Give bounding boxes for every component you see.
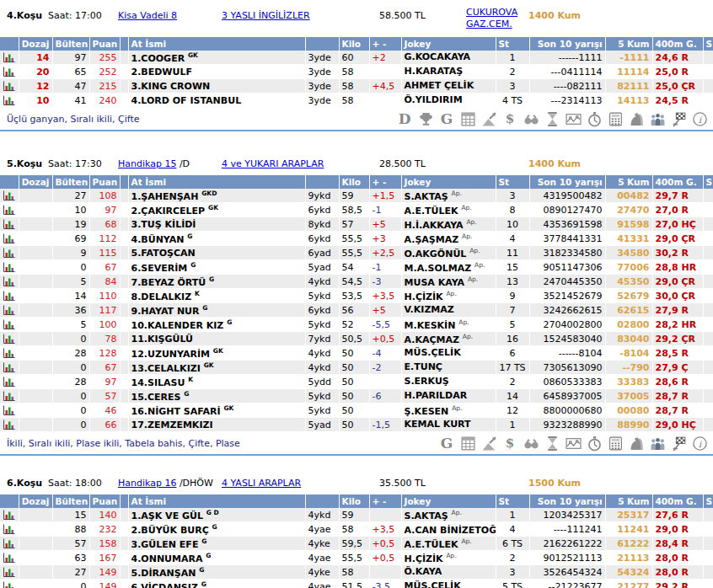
col-header-dozaj: Dozaj (19, 37, 52, 51)
col-header-chart (0, 37, 19, 51)
form-chart-icon[interactable] (0, 332, 19, 346)
form-chart-icon[interactable] (0, 537, 19, 551)
col-header-kum5: 5 Kum (605, 175, 652, 189)
form-chart-icon[interactable] (0, 580, 19, 588)
form-chart-icon[interactable] (0, 303, 19, 318)
form-chart-icon[interactable] (0, 508, 19, 522)
form-chart-icon[interactable] (0, 522, 19, 537)
form-chart-icon[interactable] (0, 246, 19, 260)
form-chart-icon[interactable] (0, 389, 19, 404)
checkered-flag-icon[interactable] (670, 110, 687, 127)
race-prize: 58.500 TL (379, 10, 426, 21)
cell-s-cut (703, 217, 713, 232)
stopwatch-icon[interactable] (586, 110, 603, 127)
race-group-link[interactable]: 4 YASLI ARAPLAR (222, 478, 301, 489)
hourglass-icon[interactable] (544, 110, 560, 127)
trophy-icon[interactable] (417, 110, 434, 127)
cell-puan: 215 (89, 79, 120, 94)
race-group-link[interactable]: 3 YASLI İNGİLİZLER (222, 10, 310, 21)
race-group-link[interactable]: 4 ve YUKARI ARAPLAR (222, 158, 324, 169)
cell-kilo: 54 (339, 260, 369, 275)
horse-row: 151401.AŞK VE GÜL G D4ykd59S.AKTAŞ Ap.11… (0, 508, 713, 522)
race-condition-link[interactable]: Kisa Vadeli 8 (118, 10, 177, 21)
cell-dozaj (19, 565, 52, 580)
race-header: 4.Koşu Saat: 17:00 Kisa Vadeli 8 3 YASLI… (0, 7, 713, 37)
form-chart-icon[interactable] (0, 375, 19, 389)
cell-horse-name: 16.NİGHT SAFARİ GK (128, 404, 305, 418)
form-chart-icon[interactable] (0, 275, 19, 289)
cell-last5-sand: 27470 (605, 203, 652, 217)
cell-last5-sand: -1111 (605, 51, 652, 65)
form-chart-icon[interactable] (0, 418, 19, 432)
chart-arrow-icon[interactable] (480, 110, 497, 127)
form-chart-icon[interactable] (0, 260, 19, 275)
cell-s-cut (703, 65, 713, 79)
horse-icon[interactable] (628, 435, 645, 452)
race-condition-link[interactable]: Handikap 16 (118, 478, 176, 489)
dollar-icon[interactable]: $ (501, 435, 518, 452)
form-chart-icon[interactable] (0, 346, 19, 361)
cell-gap (120, 246, 128, 260)
sponsor-line2: GAZ.CEM. (466, 19, 517, 30)
race-section-6: 6.Koşu Saat: 18:00 Handikap 16 /DHÖW 4 Y… (0, 474, 713, 588)
cell-dozaj (19, 289, 52, 303)
form-chart-icon[interactable] (0, 551, 19, 565)
form-chart-icon[interactable] (0, 51, 19, 65)
cell-400m-time: 27,0 R (652, 203, 703, 217)
info-icon[interactable]: i (691, 110, 708, 127)
spreadsheet-icon[interactable] (459, 110, 476, 127)
checkered-flag-icon[interactable] (670, 435, 687, 452)
cell-s-cut (703, 303, 713, 318)
horse-row: 882322.BÜYÜK BURÇ G4yae58+3,5A.CAN BİNİZ… (0, 522, 713, 537)
info-icon[interactable]: i (691, 435, 708, 452)
cell-jockey: S.AKTAŞ Ap. (401, 189, 496, 203)
race-condition-link[interactable]: Handikap 15 (118, 158, 176, 169)
hourglass-icon[interactable] (544, 435, 560, 452)
form-chart-icon[interactable] (0, 289, 19, 303)
form-chart-icon[interactable] (0, 565, 19, 580)
horse-icon[interactable] (628, 110, 645, 127)
form-chart-icon[interactable] (0, 94, 19, 108)
cell-jockey: MÜS.ÇELİK (401, 346, 496, 361)
g-badge-icon[interactable]: G (438, 110, 455, 127)
horse-row: 691124.BÜNYAN G6ykd55,5+3A.ŞAŞMAZ Ap.437… (0, 232, 713, 246)
horse-row: 19683.TUŞ KİLİDİ 8ykd57+5H.İ.AKKAYA Ap.1… (0, 217, 713, 232)
stopwatch-icon[interactable] (586, 435, 603, 452)
form-chart-icon[interactable] (0, 79, 19, 94)
line-chart-icon[interactable] (565, 110, 582, 127)
cell-bulten: 15 (52, 508, 89, 522)
dollar-icon[interactable]: $ (501, 110, 518, 127)
g-badge-icon[interactable]: G (438, 435, 455, 452)
form-chart-icon[interactable] (0, 232, 19, 246)
form-chart-icon[interactable] (0, 65, 19, 79)
people-icon[interactable] (649, 435, 666, 452)
cell-horse-name: 15.CERES G (128, 389, 305, 404)
calculator-icon[interactable] (607, 110, 624, 127)
spreadsheet-icon[interactable] (459, 435, 476, 452)
calculator-icon[interactable] (607, 435, 624, 452)
cell-start-pos: 11 (496, 246, 529, 260)
cell-s-cut (703, 51, 713, 65)
cell-weight-change: -3 (369, 275, 401, 289)
cell-age: 4ykd (305, 346, 339, 361)
d-badge-icon[interactable]: D (396, 110, 413, 127)
people-icon[interactable] (649, 110, 666, 127)
form-chart-icon[interactable] (0, 404, 19, 418)
cell-dozaj (19, 232, 52, 246)
binoculars-icon[interactable] (523, 435, 539, 452)
cell-weight-change: -4 (369, 346, 401, 361)
form-chart-icon[interactable] (0, 217, 19, 232)
chart-arrow-icon[interactable] (480, 435, 497, 452)
cell-last10: ---2314113 (529, 94, 605, 108)
cell-horse-name: 5.DİRANŞAN G (128, 565, 305, 580)
form-chart-icon[interactable] (0, 361, 19, 375)
form-chart-icon[interactable] (0, 318, 19, 332)
col-header-age (305, 494, 339, 508)
form-chart-icon[interactable] (0, 203, 19, 217)
cell-400m-time: 29,2 R (652, 580, 703, 588)
form-chart-icon[interactable] (0, 189, 19, 203)
binoculars-icon[interactable] (523, 110, 539, 127)
cell-kilo: 58 (339, 565, 369, 580)
line-chart-icon[interactable] (565, 435, 582, 452)
race-sponsor-link[interactable]: CUKUROVAGAZ.CEM. (466, 7, 517, 30)
